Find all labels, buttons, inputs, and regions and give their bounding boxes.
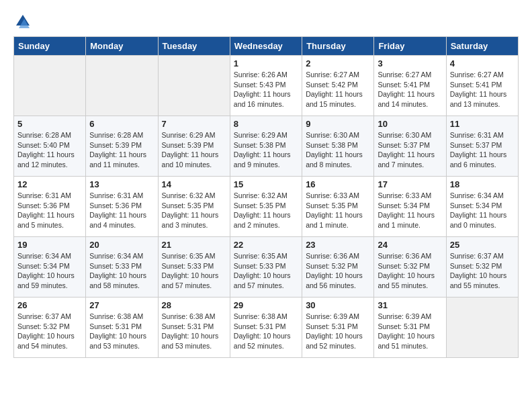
day-cell: 4Sunrise: 6:27 AM Sunset: 5:41 PM Daylig… bbox=[446, 56, 518, 116]
day-cell: 16Sunrise: 6:33 AM Sunset: 5:35 PM Dayli… bbox=[302, 177, 374, 237]
day-info: Sunrise: 6:27 AM Sunset: 5:41 PM Dayligh… bbox=[450, 70, 515, 109]
day-cell: 24Sunrise: 6:36 AM Sunset: 5:32 PM Dayli… bbox=[374, 237, 446, 298]
day-info: Sunrise: 6:31 AM Sunset: 5:36 PM Dayligh… bbox=[17, 191, 82, 230]
day-header-saturday: Saturday bbox=[446, 37, 518, 56]
day-number: 11 bbox=[450, 119, 515, 129]
day-cell: 19Sunrise: 6:34 AM Sunset: 5:34 PM Dayli… bbox=[14, 237, 86, 298]
day-cell: 12Sunrise: 6:31 AM Sunset: 5:36 PM Dayli… bbox=[14, 177, 86, 237]
day-number: 23 bbox=[306, 240, 370, 250]
day-number: 18 bbox=[450, 179, 515, 189]
day-info: Sunrise: 6:37 AM Sunset: 5:32 PM Dayligh… bbox=[450, 251, 515, 291]
day-number: 6 bbox=[89, 119, 154, 129]
day-cell: 1Sunrise: 6:26 AM Sunset: 5:43 PM Daylig… bbox=[230, 56, 302, 116]
day-info: Sunrise: 6:38 AM Sunset: 5:31 PM Dayligh… bbox=[162, 312, 226, 351]
day-cell: 30Sunrise: 6:39 AM Sunset: 5:31 PM Dayli… bbox=[302, 298, 374, 358]
day-cell: 10Sunrise: 6:30 AM Sunset: 5:37 PM Dayli… bbox=[374, 116, 446, 177]
day-cell: 6Sunrise: 6:28 AM Sunset: 5:39 PM Daylig… bbox=[86, 116, 158, 177]
day-cell: 31Sunrise: 6:39 AM Sunset: 5:31 PM Dayli… bbox=[374, 298, 446, 358]
day-info: Sunrise: 6:39 AM Sunset: 5:31 PM Dayligh… bbox=[306, 312, 370, 351]
day-cell: 17Sunrise: 6:33 AM Sunset: 5:34 PM Dayli… bbox=[374, 177, 446, 237]
day-cell: 27Sunrise: 6:38 AM Sunset: 5:31 PM Dayli… bbox=[86, 298, 158, 358]
day-number: 3 bbox=[378, 58, 442, 68]
week-row-2: 5Sunrise: 6:28 AM Sunset: 5:40 PM Daylig… bbox=[14, 116, 519, 177]
day-info: Sunrise: 6:33 AM Sunset: 5:35 PM Dayligh… bbox=[306, 191, 370, 230]
day-info: Sunrise: 6:30 AM Sunset: 5:38 PM Dayligh… bbox=[306, 130, 370, 170]
day-number: 21 bbox=[162, 240, 226, 250]
day-number: 2 bbox=[306, 58, 370, 68]
day-info: Sunrise: 6:28 AM Sunset: 5:39 PM Dayligh… bbox=[89, 130, 154, 170]
day-info: Sunrise: 6:33 AM Sunset: 5:34 PM Dayligh… bbox=[378, 191, 442, 230]
day-cell: 18Sunrise: 6:34 AM Sunset: 5:34 PM Dayli… bbox=[446, 177, 518, 237]
day-number: 13 bbox=[89, 179, 154, 189]
day-number: 15 bbox=[234, 179, 298, 189]
day-info: Sunrise: 6:38 AM Sunset: 5:31 PM Dayligh… bbox=[89, 312, 154, 351]
day-header-friday: Friday bbox=[374, 37, 446, 56]
day-header-tuesday: Tuesday bbox=[158, 37, 230, 56]
day-number: 8 bbox=[234, 119, 298, 129]
day-info: Sunrise: 6:32 AM Sunset: 5:35 PM Dayligh… bbox=[234, 191, 298, 230]
day-cell: 29Sunrise: 6:38 AM Sunset: 5:31 PM Dayli… bbox=[230, 298, 302, 358]
day-info: Sunrise: 6:35 AM Sunset: 5:33 PM Dayligh… bbox=[162, 251, 226, 291]
logo bbox=[13, 13, 31, 30]
day-cell: 13Sunrise: 6:31 AM Sunset: 5:36 PM Dayli… bbox=[86, 177, 158, 237]
day-info: Sunrise: 6:30 AM Sunset: 5:37 PM Dayligh… bbox=[378, 130, 442, 170]
day-info: Sunrise: 6:27 AM Sunset: 5:42 PM Dayligh… bbox=[306, 70, 370, 109]
day-cell bbox=[446, 298, 518, 358]
day-info: Sunrise: 6:32 AM Sunset: 5:35 PM Dayligh… bbox=[162, 191, 226, 230]
day-info: Sunrise: 6:38 AM Sunset: 5:31 PM Dayligh… bbox=[234, 312, 298, 351]
day-header-thursday: Thursday bbox=[302, 37, 374, 56]
day-number: 31 bbox=[378, 300, 442, 310]
day-info: Sunrise: 6:37 AM Sunset: 5:32 PM Dayligh… bbox=[17, 312, 82, 351]
day-number: 5 bbox=[17, 119, 82, 129]
day-number: 16 bbox=[306, 179, 370, 189]
day-cell: 28Sunrise: 6:38 AM Sunset: 5:31 PM Dayli… bbox=[158, 298, 230, 358]
week-row-4: 19Sunrise: 6:34 AM Sunset: 5:34 PM Dayli… bbox=[14, 237, 519, 298]
day-cell: 9Sunrise: 6:30 AM Sunset: 5:38 PM Daylig… bbox=[302, 116, 374, 177]
day-cell bbox=[14, 56, 86, 116]
day-cell: 15Sunrise: 6:32 AM Sunset: 5:35 PM Dayli… bbox=[230, 177, 302, 237]
day-info: Sunrise: 6:29 AM Sunset: 5:38 PM Dayligh… bbox=[234, 130, 298, 170]
day-number: 4 bbox=[450, 58, 515, 68]
day-number: 27 bbox=[89, 300, 154, 310]
day-info: Sunrise: 6:31 AM Sunset: 5:36 PM Dayligh… bbox=[89, 191, 154, 230]
day-cell: 8Sunrise: 6:29 AM Sunset: 5:38 PM Daylig… bbox=[230, 116, 302, 177]
day-cell: 5Sunrise: 6:28 AM Sunset: 5:40 PM Daylig… bbox=[14, 116, 86, 177]
day-cell bbox=[86, 56, 158, 116]
day-header-wednesday: Wednesday bbox=[230, 37, 302, 56]
day-cell: 20Sunrise: 6:34 AM Sunset: 5:33 PM Dayli… bbox=[86, 237, 158, 298]
logo-icon bbox=[15, 13, 31, 30]
day-info: Sunrise: 6:31 AM Sunset: 5:37 PM Dayligh… bbox=[450, 130, 515, 170]
day-number: 25 bbox=[450, 240, 515, 250]
day-number: 24 bbox=[378, 240, 442, 250]
day-number: 9 bbox=[306, 119, 370, 129]
day-info: Sunrise: 6:28 AM Sunset: 5:40 PM Dayligh… bbox=[17, 130, 82, 170]
day-number: 20 bbox=[89, 240, 154, 250]
day-cell: 14Sunrise: 6:32 AM Sunset: 5:35 PM Dayli… bbox=[158, 177, 230, 237]
day-header-sunday: Sunday bbox=[14, 37, 86, 56]
week-row-5: 26Sunrise: 6:37 AM Sunset: 5:32 PM Dayli… bbox=[14, 298, 519, 358]
day-info: Sunrise: 6:26 AM Sunset: 5:43 PM Dayligh… bbox=[234, 70, 298, 109]
day-number: 22 bbox=[234, 240, 298, 250]
day-cell: 21Sunrise: 6:35 AM Sunset: 5:33 PM Dayli… bbox=[158, 237, 230, 298]
header bbox=[13, 13, 519, 30]
day-info: Sunrise: 6:34 AM Sunset: 5:34 PM Dayligh… bbox=[450, 191, 515, 230]
day-cell: 23Sunrise: 6:36 AM Sunset: 5:32 PM Dayli… bbox=[302, 237, 374, 298]
day-number: 12 bbox=[17, 179, 82, 189]
day-info: Sunrise: 6:34 AM Sunset: 5:33 PM Dayligh… bbox=[89, 251, 154, 291]
day-info: Sunrise: 6:36 AM Sunset: 5:32 PM Dayligh… bbox=[378, 251, 442, 291]
day-number: 19 bbox=[17, 240, 82, 250]
day-number: 29 bbox=[234, 300, 298, 310]
day-number: 17 bbox=[378, 179, 442, 189]
day-number: 28 bbox=[162, 300, 226, 310]
day-cell: 26Sunrise: 6:37 AM Sunset: 5:32 PM Dayli… bbox=[14, 298, 86, 358]
day-number: 10 bbox=[378, 119, 442, 129]
day-cell: 22Sunrise: 6:35 AM Sunset: 5:33 PM Dayli… bbox=[230, 237, 302, 298]
day-info: Sunrise: 6:29 AM Sunset: 5:39 PM Dayligh… bbox=[162, 130, 226, 170]
day-header-monday: Monday bbox=[86, 37, 158, 56]
day-info: Sunrise: 6:39 AM Sunset: 5:31 PM Dayligh… bbox=[378, 312, 442, 351]
week-row-3: 12Sunrise: 6:31 AM Sunset: 5:36 PM Dayli… bbox=[14, 177, 519, 237]
day-cell: 2Sunrise: 6:27 AM Sunset: 5:42 PM Daylig… bbox=[302, 56, 374, 116]
day-number: 14 bbox=[162, 179, 226, 189]
day-info: Sunrise: 6:27 AM Sunset: 5:41 PM Dayligh… bbox=[378, 70, 442, 109]
day-info: Sunrise: 6:35 AM Sunset: 5:33 PM Dayligh… bbox=[234, 251, 298, 291]
